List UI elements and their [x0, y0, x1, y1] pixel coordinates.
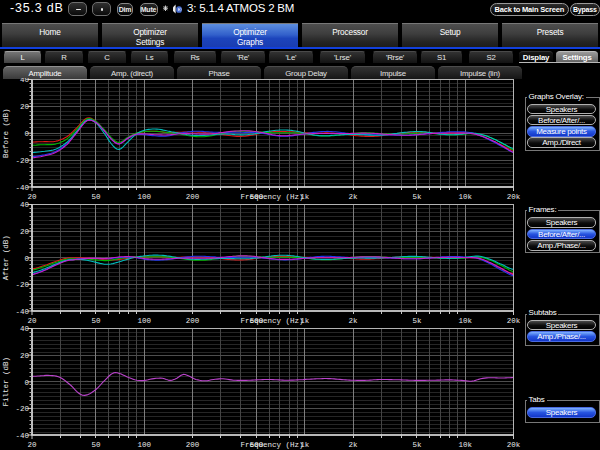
svg-text:20k: 20k [507, 317, 521, 325]
svg-text:50: 50 [91, 193, 101, 201]
svg-text:100: 100 [137, 317, 151, 325]
svg-text:2k: 2k [348, 193, 358, 201]
svg-text:40: 40 [20, 201, 30, 209]
svg-text:10k: 10k [458, 317, 472, 325]
svg-text:5k: 5k [412, 317, 422, 325]
svg-text:20k: 20k [507, 193, 521, 201]
svg-text:Frequency (Hz): Frequency (Hz) [240, 441, 303, 449]
svg-text:20: 20 [27, 317, 37, 325]
svg-text:100: 100 [137, 441, 151, 449]
svg-text:20k: 20k [507, 441, 521, 449]
svg-text:0: 0 [24, 130, 29, 138]
svg-text:10k: 10k [458, 441, 472, 449]
svg-text:-40: -40 [15, 308, 29, 316]
svg-text:-20: -20 [15, 281, 29, 289]
svg-text:2k: 2k [348, 441, 358, 449]
svg-text:200: 200 [186, 193, 200, 201]
svg-text:Before (dB): Before (dB) [2, 108, 10, 158]
svg-text:After (dB): After (dB) [2, 235, 10, 280]
svg-text:-40: -40 [15, 184, 29, 192]
svg-text:200: 200 [186, 441, 200, 449]
svg-text:20: 20 [20, 352, 30, 360]
svg-text:50: 50 [91, 317, 101, 325]
svg-text:50: 50 [91, 441, 101, 449]
svg-text:200: 200 [186, 317, 200, 325]
svg-text:100: 100 [137, 193, 151, 201]
svg-text:Frequency (Hz): Frequency (Hz) [240, 317, 303, 325]
svg-text:20: 20 [20, 103, 30, 111]
svg-text:-20: -20 [15, 157, 29, 165]
svg-text:Filter (dB): Filter (dB) [2, 357, 10, 407]
svg-text:20: 20 [27, 441, 37, 449]
svg-text:-40: -40 [15, 432, 29, 440]
svg-text:Frequency (Hz): Frequency (Hz) [240, 193, 303, 201]
svg-text:40: 40 [20, 78, 30, 84]
svg-text:2k: 2k [348, 317, 358, 325]
svg-text:20: 20 [27, 193, 37, 201]
svg-text:-20: -20 [15, 405, 29, 413]
svg-text:40: 40 [20, 325, 30, 333]
svg-text:10k: 10k [458, 193, 472, 201]
svg-text:0: 0 [24, 379, 29, 387]
svg-text:5k: 5k [412, 441, 422, 449]
svg-text:5k: 5k [412, 193, 422, 201]
svg-text:20: 20 [20, 228, 30, 236]
svg-text:0: 0 [24, 255, 29, 263]
